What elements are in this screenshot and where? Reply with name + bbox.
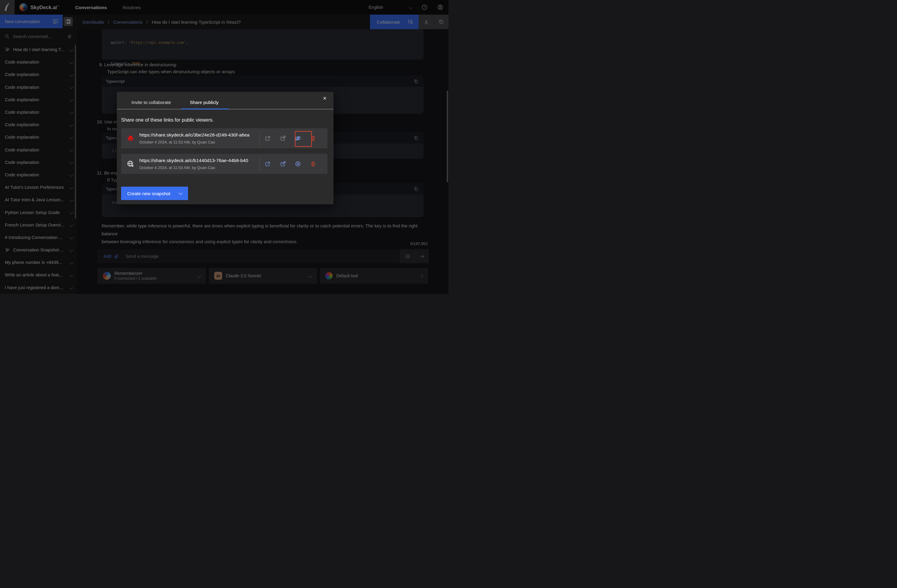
eye-icon: [294, 160, 301, 167]
share-date: October 4 2024, at 11:53 AM, by Quan Cao: [139, 140, 260, 144]
share-url: https://share.skydeck.ai/c/b1440d13-76ae…: [139, 158, 260, 163]
external-link-icon: [265, 135, 271, 142]
open-link-button[interactable]: [260, 135, 275, 142]
modal-subtitle: Share one of these links for public view…: [121, 118, 214, 123]
selected-action-highlight: [295, 131, 312, 147]
chevron-down-icon: [179, 191, 182, 195]
tab-invite-to-collaborate[interactable]: Invite to collaborate: [132, 100, 171, 105]
active-tab-underline: [181, 108, 229, 110]
copy-link-button[interactable]: [275, 135, 290, 142]
copy-link-button[interactable]: [275, 161, 290, 167]
external-link-icon: [265, 161, 271, 167]
share-link-row: https://share.skydeck.ai/c/b1440d13-76ae…: [121, 154, 328, 174]
share-modal: ✕ Invite to collaborate Share publicly S…: [117, 92, 334, 204]
delete-snapshot-button[interactable]: [306, 161, 321, 167]
copy-link-icon: [280, 135, 286, 142]
globe-icon: [127, 160, 135, 168]
incognito-icon: [127, 134, 135, 142]
show-snapshot-button[interactable]: [290, 160, 306, 167]
create-new-snapshot-button[interactable]: Create new snapshot: [121, 187, 188, 200]
open-link-button[interactable]: [260, 161, 275, 167]
copy-link-icon: [280, 161, 286, 167]
share-date: October 4 2024, at 11:53 AM, by Quan Cao: [139, 165, 260, 170]
close-icon[interactable]: ✕: [323, 95, 327, 101]
trash-icon: [310, 161, 316, 167]
tab-share-publicly[interactable]: Share publicly: [190, 100, 219, 105]
share-url: https://share.skydeck.ai/c/3be24e28-d249…: [139, 132, 260, 138]
